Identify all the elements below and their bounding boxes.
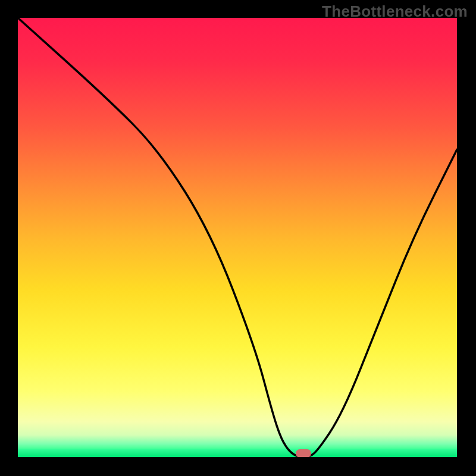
watermark-text: TheBottleneck.com [322, 2, 468, 21]
chart-container: TheBottleneck.com [0, 0, 476, 476]
bottleneck-curve [18, 18, 457, 457]
chart-svg [18, 18, 457, 457]
optimum-marker [296, 449, 311, 457]
plot-area [18, 18, 457, 457]
